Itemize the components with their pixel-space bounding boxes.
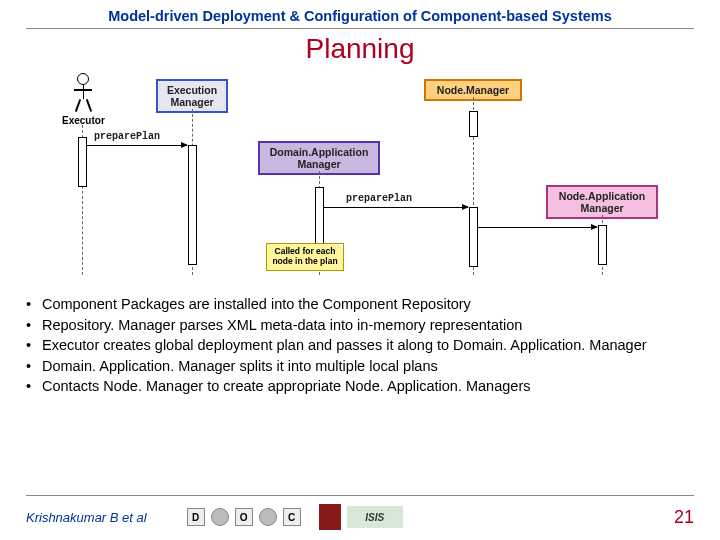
logo-circle-icon (259, 508, 277, 526)
logo-shield-icon (319, 504, 341, 530)
message-label: preparePlan (346, 193, 412, 204)
activation-bar (469, 111, 478, 137)
actor-executor: Executor (62, 73, 105, 126)
bullet-item: Executor creates global deployment plan … (24, 336, 690, 356)
slide-footer: Krishnakumar B et al D O C ISIS 21 (26, 495, 694, 530)
slide-header: Model-driven Deployment & Configuration … (26, 0, 694, 29)
activation-bar (78, 137, 87, 187)
object-execution-manager: Execution Manager (156, 79, 228, 113)
actor-label: Executor (62, 115, 105, 126)
bullet-list: Component Packages are installed into th… (24, 295, 690, 397)
logo-circle-icon (211, 508, 229, 526)
logo-isis: ISIS (347, 506, 403, 528)
logo-letter: O (235, 508, 253, 526)
activation-bar (469, 207, 478, 267)
message-arrow (478, 227, 597, 228)
footer-author: Krishnakumar B et al (26, 510, 147, 525)
bullet-item: Component Packages are installed into th… (24, 295, 690, 315)
object-node-app-manager: Node.Application Manager (546, 185, 658, 219)
message-arrow (87, 145, 187, 146)
logo-letter: D (187, 508, 205, 526)
slide-number: 21 (674, 507, 694, 528)
sequence-diagram: Executor Execution Manager Domain.Applic… (26, 67, 694, 287)
message-arrow (324, 207, 468, 208)
logo-letter: C (283, 508, 301, 526)
object-domain-app-manager: Domain.Application Manager (258, 141, 380, 175)
activation-bar (598, 225, 607, 265)
slide-title: Planning (0, 33, 720, 65)
diagram-note: Called for each node in the plan (266, 243, 344, 271)
footer-logos: D O C ISIS (187, 504, 403, 530)
bullet-item: Domain. Application. Manager splits it i… (24, 357, 690, 377)
bullet-item: Contacts Node. Manager to create appropr… (24, 377, 690, 397)
activation-bar (188, 145, 197, 265)
bullet-item: Repository. Manager parses XML meta-data… (24, 316, 690, 336)
message-label: preparePlan (94, 131, 160, 142)
